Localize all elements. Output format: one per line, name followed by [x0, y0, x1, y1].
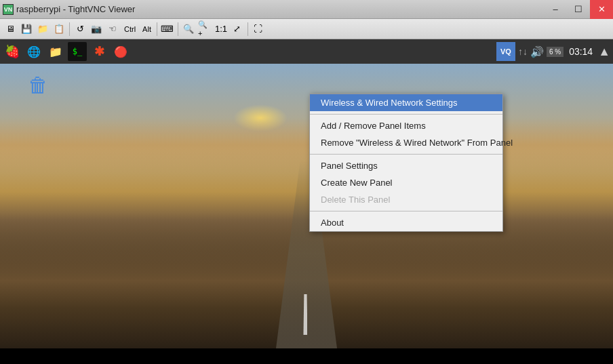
trash-icon-image: 🗑: [28, 74, 48, 97]
panel-bar: 🍓 🌐 📁 $_ ✱ 🔴 VQ ↑↓ 🔊 6 % 03:14 ▲: [0, 39, 613, 64]
close-button[interactable]: ✕: [590, 0, 613, 19]
browser-icon[interactable]: 🌐: [24, 42, 43, 61]
cpu-usage: 6 %: [547, 47, 563, 57]
network-arrows: ↑↓: [518, 46, 528, 57]
menu-separator-3: [310, 211, 502, 211]
terminal-panel-icon[interactable]: $_: [68, 42, 87, 61]
clock: 03:14: [566, 46, 595, 57]
save-icon[interactable]: 💾: [19, 22, 34, 37]
file-manager-icon[interactable]: 📁: [46, 42, 65, 61]
refresh-icon[interactable]: ↺: [73, 22, 87, 37]
toolbar: 🖥 💾 📁 📋 ↺ 📷 ☜ Ctrl Alt ⌨ 🔍 🔍+ 1:1 ⤢ ⛶: [0, 19, 613, 39]
network-button[interactable]: VQ: [496, 42, 515, 61]
menu-item-remove-wireless[interactable]: Remove "Wireless & Wired Network" From P…: [310, 134, 502, 151]
fullscreen-icon[interactable]: ⛶: [251, 22, 266, 37]
menu-item-panel-settings[interactable]: Panel Settings: [310, 157, 502, 174]
title-bar-buttons: – ☐ ✕: [544, 0, 613, 19]
context-menu: Wireless & Wired Network Settings Add / …: [309, 94, 503, 232]
new-icon[interactable]: 🖥: [3, 22, 18, 37]
menu-separator-2: [310, 154, 502, 155]
title-bar: VN raspberrypi - TightVNC Viewer – ☐ ✕: [0, 0, 613, 19]
separator2: [157, 22, 157, 36]
ctrl-button[interactable]: Ctrl: [121, 22, 138, 37]
zoom-out-icon[interactable]: 🔍: [181, 22, 196, 37]
panel-right: VQ ↑↓ 🔊 6 % 03:14 ▲: [496, 42, 610, 61]
trash-desktop-icon[interactable]: 🗑: [24, 72, 52, 99]
separator1: [69, 22, 70, 36]
vnc-app-icon: VN: [3, 4, 14, 15]
menu-separator-1: [310, 114, 502, 115]
folder-icon[interactable]: 📁: [35, 22, 50, 37]
scroll-up-icon[interactable]: ▲: [598, 45, 610, 59]
menu-item-add-remove[interactable]: Add / Remove Panel Items: [310, 117, 502, 134]
menu-item-create-panel[interactable]: Create New Panel: [310, 174, 502, 191]
asterisk-panel-icon[interactable]: ✱: [90, 42, 108, 61]
wolfram-icon[interactable]: 🔴: [111, 42, 130, 61]
separator4: [248, 22, 248, 36]
title-bar-left: VN raspberrypi - TightVNC Viewer: [0, 4, 135, 15]
panel-left: 🍓 🌐 📁 $_ ✱ 🔴: [3, 42, 130, 61]
volume-icon[interactable]: 🔊: [530, 45, 544, 58]
maximize-button[interactable]: ☐: [567, 0, 590, 19]
raspberry-menu-icon[interactable]: 🍓: [3, 42, 22, 61]
zoom-actual-icon[interactable]: 1:1: [214, 22, 229, 37]
menu-item-delete-panel: Delete This Panel: [310, 191, 502, 208]
zoom-fit-icon[interactable]: ⤢: [230, 22, 245, 37]
window-title: raspberrypi - TightVNC Viewer: [16, 4, 135, 14]
minimize-button[interactable]: –: [544, 0, 567, 19]
desktop: 🗑 Wireless & Wired Network Settings Add …: [0, 64, 613, 348]
keyboard-icon[interactable]: ⌨: [160, 22, 175, 37]
menu-item-wireless-settings[interactable]: Wireless & Wired Network Settings: [310, 94, 502, 111]
touch-icon[interactable]: ☜: [105, 22, 120, 37]
zoom-in-icon[interactable]: 🔍+: [197, 22, 212, 37]
desktop-background: [0, 64, 613, 348]
menu-item-about[interactable]: About: [310, 214, 502, 231]
clipboard-icon[interactable]: 📋: [52, 22, 66, 37]
screenshot-icon[interactable]: 📷: [89, 22, 104, 37]
alt-button[interactable]: Alt: [140, 22, 154, 37]
separator3: [178, 22, 178, 36]
